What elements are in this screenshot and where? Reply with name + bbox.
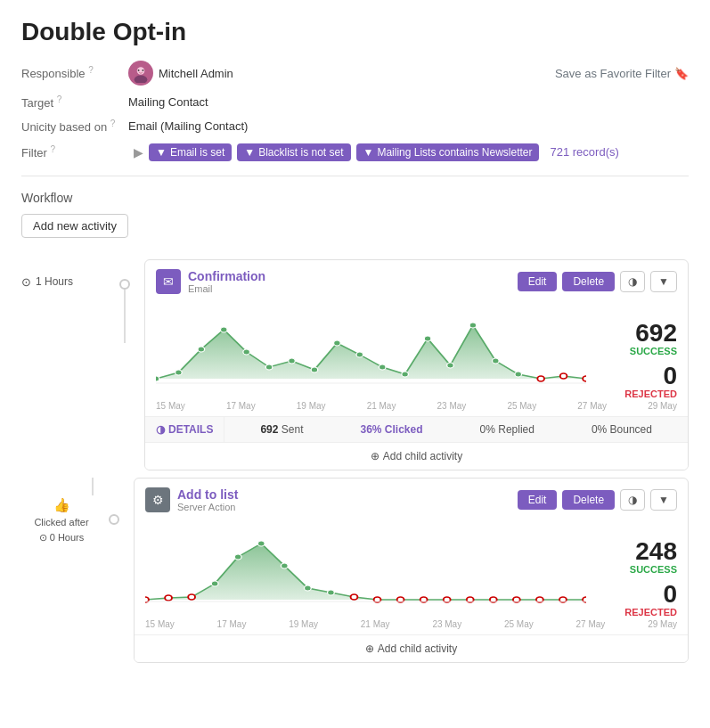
rejected-label-2: REJECTED [597, 607, 677, 618]
target-value: Mailing Contact [128, 95, 208, 109]
clock-icon-1: ⊙ [21, 275, 31, 289]
pie-icon-footer: ◑ [156, 423, 165, 436]
trigger-label: 👍 Clicked after ⊙ 0 Hours [21, 495, 102, 545]
svg-point-28 [188, 594, 195, 600]
svg-point-13 [334, 340, 341, 346]
details-button-1[interactable]: ◑ DETAILS [145, 417, 224, 442]
svg-point-3 [138, 70, 140, 71]
svg-point-14 [356, 352, 363, 357]
unicity-label: Unicity based on ? [21, 119, 128, 134]
svg-point-17 [424, 336, 431, 341]
svg-point-4 [143, 70, 144, 71]
svg-point-7 [198, 347, 205, 352]
svg-point-9 [243, 349, 250, 355]
chart-dates-2: 15 May 17 May 19 May 21 May 23 May 25 Ma… [135, 618, 688, 634]
svg-point-30 [234, 554, 241, 560]
plus-icon-1: ⊕ [371, 450, 379, 462]
svg-point-8 [220, 327, 227, 332]
success-label-1: SUCCESS [597, 346, 677, 356]
section-divider [21, 176, 689, 176]
plus-icon-2: ⊕ [365, 642, 374, 655]
edit-addtolist-button[interactable]: Edit [518, 490, 558, 510]
page-title: Double Opt-in [21, 18, 689, 46]
gear-icon-card: ⚙ [145, 487, 170, 512]
main-page: Double Opt-in Responsible ? Mitchell Adm… [0, 0, 710, 688]
target-label: Target ? [21, 94, 128, 110]
filter-tag-blacklist[interactable]: ▼ Blacklist is not set [237, 143, 350, 161]
svg-point-18 [447, 363, 454, 368]
filter-label: Filter ? [21, 144, 128, 160]
success-count-1: 692 [597, 321, 677, 346]
chart-area-confirmation: 692 SUCCESS 0 REJECTED [145, 303, 688, 399]
filter-row: Filter ? ▶ ▼ Email is set ▼ Blacklist is… [21, 143, 689, 161]
avatar [128, 61, 153, 86]
rejected-count-2: 0 [597, 582, 677, 607]
stats-area-addtolist: 248 SUCCESS 0 REJECTED [597, 530, 677, 618]
connector-dot-1 [119, 279, 130, 290]
pie-chart-button-2[interactable]: ◑ [620, 489, 645, 511]
svg-point-29 [211, 581, 218, 586]
filter-expand-icon[interactable]: ▶ [134, 145, 143, 160]
svg-point-35 [351, 594, 358, 600]
workflow-section: Workflow Add new activity ⊙ 1 Hours ✉ Co… [21, 191, 689, 670]
chart-dates-1: 15 May 17 May 19 May 21 May 23 May 25 Ma… [145, 399, 688, 416]
card-actions-addtolist: Edit Delete ◑ ▼ [518, 489, 677, 511]
delete-addtolist-button[interactable]: Delete [562, 490, 615, 510]
rejected-count-1: 0 [597, 364, 677, 389]
add-child-button-1[interactable]: ⊕ Add child activity [145, 442, 688, 470]
record-count: 721 record(s) [550, 145, 618, 159]
svg-point-32 [281, 563, 288, 568]
success-count-2: 248 [597, 539, 677, 564]
card-actions-confirmation: Edit Delete ◑ ▼ [518, 271, 677, 292]
card-header-confirmation: ✉ Confirmation Email Edit Delete ◑ ▼ [145, 260, 688, 303]
activity-card-addtolist: ⚙ Add to list Server Action Edit Delete … [134, 478, 689, 663]
pie-chart-button-1[interactable]: ◑ [620, 271, 645, 292]
svg-point-27 [165, 595, 172, 601]
add-child-button-2[interactable]: ⊕ Add child activity [135, 634, 688, 662]
time-label-1: 1 Hours [36, 275, 73, 288]
workflow-title: Workflow [21, 191, 689, 205]
svg-point-22 [537, 376, 544, 381]
connector-dot-2 [109, 514, 119, 525]
clock-icon-2: ⊙ [39, 530, 47, 545]
filter-tag-mailing[interactable]: ▼ Mailing Lists contains Newsletter [356, 143, 540, 161]
delete-confirmation-button[interactable]: Delete [562, 272, 615, 291]
svg-point-24 [583, 376, 586, 381]
chart-area-addtolist: 248 SUCCESS 0 REJECTED [135, 521, 688, 618]
responsible-label: Responsible ? [21, 65, 128, 80]
svg-point-21 [515, 372, 522, 377]
email-icon: ✉ [156, 269, 181, 294]
chart-svg-confirmation [156, 312, 586, 399]
svg-point-31 [257, 541, 265, 546]
add-activity-button[interactable]: Add new activity [21, 214, 128, 238]
funnel-icon-2: ▼ [244, 146, 255, 159]
card-footer-confirmation: ◑ DETAILS 692 Sent 36% Clicked [145, 416, 688, 442]
svg-point-16 [402, 372, 409, 377]
target-row: Target ? Mailing Contact [21, 94, 689, 110]
funnel-icon-3: ▼ [363, 146, 374, 159]
connector-line-1 [124, 290, 126, 343]
activity-card-confirmation: ✉ Confirmation Email Edit Delete ◑ ▼ [144, 259, 689, 470]
svg-point-6 [175, 370, 183, 375]
svg-point-33 [304, 585, 311, 591]
funnel-icon: ▼ [156, 146, 167, 159]
responsible-row: Responsible ? Mitchell Admin Save as Fav… [21, 61, 689, 86]
trigger-hours: ⊙ 0 Hours [21, 530, 102, 545]
edit-confirmation-button[interactable]: Edit [518, 272, 558, 291]
save-favorite-button[interactable]: Save as Favorite Filter 🔖 [555, 67, 689, 80]
filter-button-2[interactable]: ▼ [650, 489, 677, 511]
filter-button-1[interactable]: ▼ [650, 271, 677, 292]
unicity-value: Email (Mailing Contact) [128, 119, 248, 133]
chart-svg-addtolist [145, 530, 586, 618]
bookmark-icon: 🔖 [674, 67, 689, 80]
svg-point-23 [560, 373, 567, 379]
v-line-2 [92, 478, 94, 495]
thumb-icon: 👍 [21, 495, 102, 516]
unicity-row: Unicity based on ? Email (Mailing Contac… [21, 119, 689, 134]
filter-tag-email[interactable]: ▼ Email is set [149, 143, 232, 161]
responsible-value: Mitchell Admin [159, 67, 233, 80]
rejected-label-1: REJECTED [597, 389, 677, 399]
svg-point-12 [311, 367, 318, 372]
svg-point-20 [493, 358, 500, 364]
svg-point-34 [328, 590, 335, 595]
